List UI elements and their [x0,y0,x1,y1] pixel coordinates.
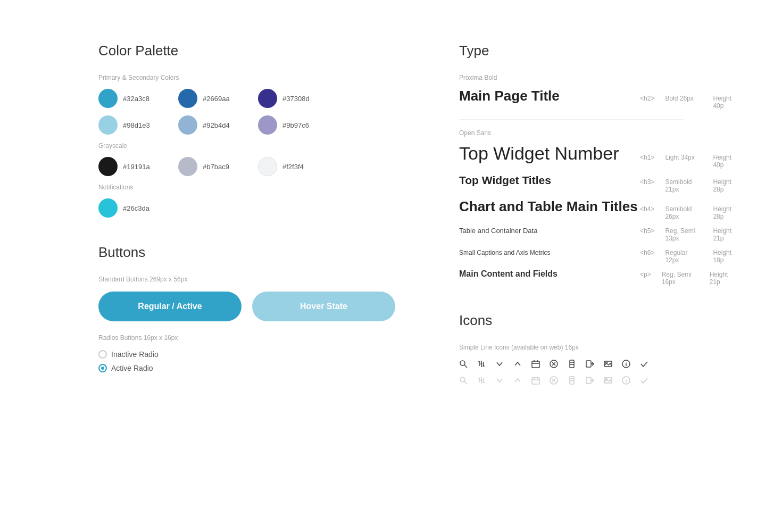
swatch-92b4d4 [178,115,197,135]
color-item-92b4d4: #92b4d4 [178,115,237,135]
hex-26c3da: #26c3da [123,204,149,212]
svg-line-26 [464,381,467,384]
type-tag-h5: <h5> [640,227,654,235]
hex-37308d: #37308d [282,95,310,103]
hex-32a3c8: #32a3c8 [123,95,149,103]
type-meta-h1: <h1> Light 34px Height 40p [640,154,731,169]
type-height-p: Height 21p [710,271,728,286]
main-page-title-sample: Main Page Title [459,88,640,104]
svg-line-1 [464,365,467,368]
calendar-icon-faded [531,376,540,386]
swatch-f2f3f4 [258,157,277,176]
type-tag-h6: <h6> [640,249,654,256]
type-meta-p: <p> Reg, Semi 16px Height 21p [640,271,728,286]
color-palette-section: Color Palette Primary & Secondary Colors… [98,43,395,218]
search-icon [459,360,468,370]
check-icon [640,360,648,370]
type-meta-h3: <h3> Semibold 21px Height 28p [640,178,731,193]
type-text-h4: Chart and Table Main Titles [459,198,638,214]
type-row-h1: Top Widget Number <h1> Light 34px Height… [459,143,684,169]
svg-rect-33 [532,378,539,384]
color-item-2669aa: #2669aa [178,89,237,108]
inactive-radio-circle[interactable] [98,350,107,359]
type-text-h3: Top Widget Titles [459,174,551,186]
icons-title: Icons [459,312,684,329]
type-tag-p: <p> [640,271,651,278]
color-item-9b97c6: #9b97c6 [258,115,317,135]
icons-faded-row [459,376,684,386]
swatch-9b97c6 [258,115,277,135]
regular-button[interactable]: Regular / Active [98,292,242,321]
type-spec-h5: Reg, Semi 13px [665,227,702,242]
type-row-h5: Table and Container Data <h5> Reg, Semi … [459,226,684,242]
primary-color-row: #32a3c8 #2669aa #37308d [98,89,395,108]
button-row: Regular / Active Hover State [98,292,395,321]
type-text-h1: Top Widget Number [459,143,619,163]
inactive-radio-item[interactable]: Inactive Radio [98,350,395,359]
hex-2669aa: #2669aa [203,95,230,103]
type-height-h1: Height 40p [713,154,731,169]
type-spec-h4: Semibold 26px [665,205,702,220]
svg-point-49 [626,379,627,379]
type-height-h5: Height 21p [713,227,731,242]
type-text-p: Main Content and Fields [459,269,558,278]
main-page-title-meta: <h2> Bold 26px Height 40p [640,95,731,110]
type-height-h6: Height 18p [713,249,731,264]
swatch-98d1e3 [98,115,118,135]
color-item-19191a: #19191a [98,157,157,176]
proxima-label: Proxima Bold [459,74,684,81]
type-sample-h3: Top Widget Titles [459,174,640,187]
color-item-f2f3f4: #f2f3f4 [258,157,317,176]
check-icon-faded [640,376,648,386]
svg-rect-8 [532,361,539,368]
hex-98d1e3: #98d1e3 [123,121,150,129]
type-sample-h5: Table and Container Data [459,226,640,235]
radio-buttons-label: Radios Buttons 16px x 16px [98,334,395,342]
type-text-h5: Table and Container Data [459,227,537,235]
primary-colors-label: Primary & Secondary Colors [98,74,395,81]
timer-icon [568,360,576,370]
active-radio-item[interactable]: Active Radio [98,364,395,372]
buttons-section: Buttons Standard Buttons 269px x 56px Re… [98,244,395,372]
type-row-h4: Chart and Table Main Titles <h4> Semibol… [459,198,684,220]
type-sample-h6: Small Captions and Axis Metrics [459,247,640,257]
main-page-title-row: Main Page Title <h2> Bold 26px Height 40… [459,88,684,110]
close-circle-icon [550,360,558,370]
notifications-label: Notifications [98,184,395,191]
color-palette-title: Color Palette [98,43,395,59]
filter-icon-faded [477,376,486,386]
chevron-down-icon [495,360,504,370]
type-spec-h1: Light 34px [665,154,702,161]
hex-92b4d4: #92b4d4 [203,121,230,129]
type-text-h6: Small Captions and Axis Metrics [459,249,550,256]
inactive-radio-label: Inactive Radio [111,350,159,359]
search-icon-faded [459,376,468,386]
standard-buttons-label: Standard Buttons 269px x 56px [98,276,395,283]
svg-rect-43 [586,377,591,384]
opensans-label: Open Sans [459,129,684,137]
hex-9b97c6: #9b97c6 [282,121,309,129]
buttons-title: Buttons [98,244,395,261]
type-sample-h1: Top Widget Number [459,143,640,164]
svg-rect-18 [586,361,591,367]
main-page-height: Height 40p [713,95,731,110]
svg-rect-15 [570,360,574,368]
main-page-spec: Bold 26px [665,95,702,102]
type-spec-h3: Semibold 21px [665,178,702,193]
type-spec-p: Reg, Semi 16px [662,271,699,286]
hover-button[interactable]: Hover State [252,292,395,321]
image-icon [604,360,612,370]
swatch-26c3da [98,198,118,218]
swatch-32a3c8 [98,89,118,108]
main-page-tag: <h2> [640,95,654,102]
swatch-19191a [98,157,118,176]
hex-f2f3f4: #f2f3f4 [282,163,304,171]
icons-section: Icons Simple Line Icons (available on we… [459,312,684,386]
svg-rect-40 [570,377,574,384]
type-title: Type [459,43,684,59]
active-radio-circle[interactable] [98,364,107,372]
svg-point-46 [606,379,608,380]
chevron-down-icon-faded [495,376,504,386]
type-meta-h4: <h4> Semibold 26px Height 28p [640,205,731,220]
type-tag-h3: <h3> [640,178,654,186]
